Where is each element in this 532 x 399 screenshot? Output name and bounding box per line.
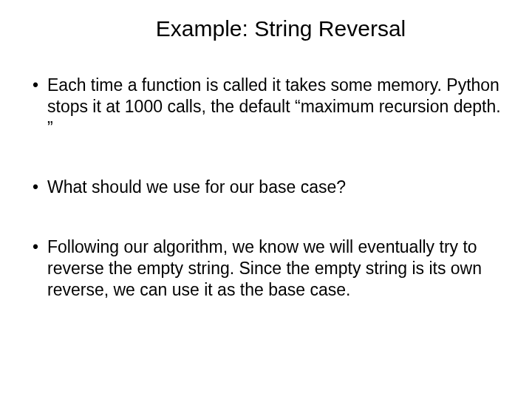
bullet-item: Each time a function is called it takes … <box>30 75 502 138</box>
bullet-item: Following our algorithm, we know we will… <box>30 236 502 300</box>
slide-title: Example: String Reversal <box>59 16 502 41</box>
bullet-item: What should we use for our base case? <box>30 177 502 198</box>
bullet-list: Each time a function is called it takes … <box>30 75 502 300</box>
